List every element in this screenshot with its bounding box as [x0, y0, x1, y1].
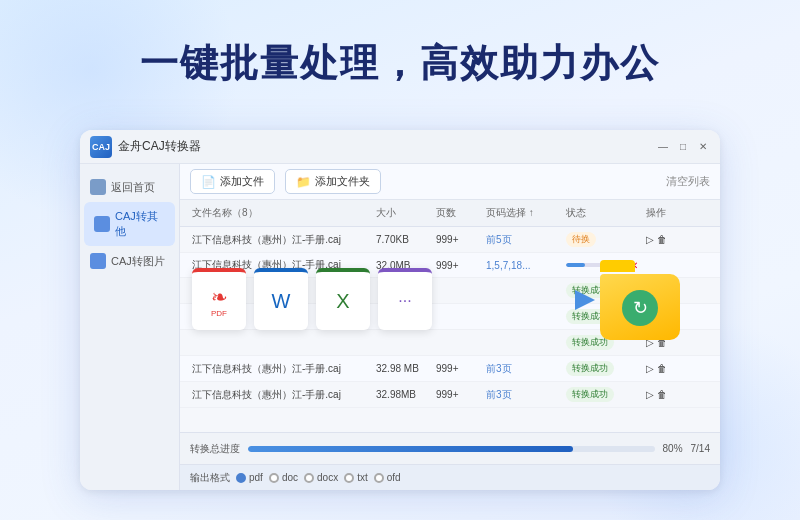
col-pages: 页数 [432, 204, 482, 222]
close-button[interactable]: ✕ [696, 140, 710, 154]
sidebar-label-home: 返回首页 [111, 180, 155, 195]
cell-pagesel [482, 289, 562, 293]
sidebar-item-caj-image[interactable]: CAJ转图片 [80, 246, 179, 276]
window-controls: — □ ✕ [656, 140, 710, 154]
cell-size: 32.98MB [372, 387, 432, 402]
radio-doc [269, 473, 279, 483]
file-icon-pdf: ❧ PDF [192, 268, 246, 330]
cell-pages: 999+ [432, 361, 482, 376]
cell-pagesel [482, 315, 562, 319]
restore-button[interactable]: □ [676, 140, 690, 154]
pdf-icon: ❧ [211, 285, 228, 309]
cell-pagesel[interactable]: 前5页 [482, 231, 562, 249]
status-badge: 转换成功 [566, 361, 614, 376]
progress-bar-inner [248, 446, 573, 452]
output-option-pdf[interactable]: pdf [236, 472, 263, 483]
output-option-doc[interactable]: doc [269, 472, 298, 483]
progress-label-text: 转换总进度 [190, 442, 240, 456]
home-icon [90, 179, 106, 195]
cell-pages [432, 315, 482, 319]
col-name: 文件名称（8） [188, 204, 372, 222]
cell-name: 江下信息科技（惠州）江-手册.caj [188, 360, 372, 378]
col-pagesel: 页码选择 ↑ [482, 204, 562, 222]
status-badge: 转换成功 [566, 387, 614, 402]
radio-ofd [374, 473, 384, 483]
clear-list-button[interactable]: 清空列表 [666, 174, 710, 189]
add-folder-label: 添加文件夹 [315, 174, 370, 189]
toolbar: 📄 添加文件 📁 添加文件夹 清空列表 [180, 164, 720, 200]
label-doc: doc [282, 472, 298, 483]
add-file-label: 添加文件 [220, 174, 264, 189]
progress-percent: 80% [663, 443, 683, 454]
sidebar-item-caj-other[interactable]: CAJ转其他 [84, 202, 175, 246]
radio-docx [304, 473, 314, 483]
output-format-row: 输出格式 pdf doc docx txt [180, 464, 720, 490]
cell-pagesel[interactable]: 前3页 [482, 360, 562, 378]
label-pdf: pdf [249, 472, 263, 483]
table-row: 江下信息科技（惠州）江-手册.caj 32.98 MB 999+ 前3页 转换成… [180, 356, 720, 382]
app-window: CAJ 金舟CAJ转换器 — □ ✕ 返回首页 CAJ转其他 CAJ转图片 [80, 130, 720, 490]
table-header: 文件名称（8） 大小 页数 页码选择 ↑ 状态 操作 [180, 200, 720, 227]
more-icon: ··· [398, 292, 411, 310]
label-ofd: ofd [387, 472, 401, 483]
progress-bar-outer [248, 446, 655, 452]
add-folder-button[interactable]: 📁 添加文件夹 [285, 169, 381, 194]
caj-other-icon [94, 216, 110, 232]
table-area: 文件名称（8） 大小 页数 页码选择 ↑ 状态 操作 江下信息科技（惠州）江-手… [180, 200, 720, 432]
cell-size [372, 341, 432, 345]
col-action: 操作 [642, 204, 712, 222]
cell-pagesel[interactable]: 1,5,7,18... [482, 258, 562, 273]
cell-name: 江下信息科技（惠州）江-手册.caj [188, 231, 372, 249]
app-logo: CAJ [90, 136, 112, 158]
convert-arrow [570, 288, 600, 312]
cell-pages [432, 289, 482, 293]
sidebar-item-home[interactable]: 返回首页 [80, 172, 179, 202]
sidebar: 返回首页 CAJ转其他 CAJ转图片 [80, 164, 180, 490]
output-label: 输出格式 [190, 471, 230, 485]
cell-name [188, 341, 372, 345]
logo-text: CAJ [92, 142, 110, 152]
file-icons-overlay: ❧ PDF W X ··· [192, 268, 432, 330]
caj-image-icon [90, 253, 106, 269]
progress-count: 7/14 [691, 443, 710, 454]
file-icon-more: ··· [378, 268, 432, 330]
cell-pagesel[interactable]: 前3页 [482, 386, 562, 404]
add-file-button[interactable]: 📄 添加文件 [190, 169, 275, 194]
output-folder: ↻ [600, 260, 690, 340]
folder-refresh-icon: ↻ [622, 290, 658, 326]
cell-pages [432, 341, 482, 345]
radio-pdf [236, 473, 246, 483]
cell-size: 7.70KB [372, 232, 432, 247]
radio-txt [344, 473, 354, 483]
minimize-button[interactable]: — [656, 140, 670, 154]
hero-heading: 一键批量处理，高效助力办公 [140, 38, 660, 89]
label-txt: txt [357, 472, 368, 483]
cell-name: 江下信息科技（惠州）江-手册.caj [188, 386, 372, 404]
pdf-label: PDF [211, 309, 227, 318]
cell-pagesel [482, 341, 562, 345]
cell-action: ▷ 🗑 [642, 361, 712, 376]
file-icon-excel: X [316, 268, 370, 330]
cell-action: ▷ 🗑 [642, 232, 712, 247]
cell-status: 转换成功 [562, 385, 642, 404]
word-icon: W [272, 290, 291, 313]
add-folder-icon: 📁 [296, 175, 311, 189]
table-row: 江下信息科技（惠州）江-手册.caj 32.98MB 999+ 前3页 转换成功… [180, 382, 720, 408]
sidebar-label-caj-image: CAJ转图片 [111, 254, 165, 269]
cell-status: 待换 [562, 230, 642, 249]
table-row: 江下信息科技（惠州）江-手册.caj 7.70KB 999+ 前5页 待换 ▷ … [180, 227, 720, 253]
window-body: 返回首页 CAJ转其他 CAJ转图片 📄 添加文件 📁 添加文件 [80, 164, 720, 490]
sidebar-label-caj-other: CAJ转其他 [115, 209, 165, 239]
folder-body: ↻ [600, 274, 680, 340]
output-option-txt[interactable]: txt [344, 472, 368, 483]
main-content: 📄 添加文件 📁 添加文件夹 清空列表 文件名称（8） 大小 页数 页码选择 ↑… [180, 164, 720, 490]
col-size: 大小 [372, 204, 432, 222]
label-docx: docx [317, 472, 338, 483]
col-status: 状态 [562, 204, 642, 222]
app-title: 金舟CAJ转换器 [118, 138, 656, 155]
add-file-icon: 📄 [201, 175, 216, 189]
excel-icon: X [336, 290, 349, 313]
output-option-ofd[interactable]: ofd [374, 472, 401, 483]
output-option-docx[interactable]: docx [304, 472, 338, 483]
arrow-shape [575, 290, 595, 310]
